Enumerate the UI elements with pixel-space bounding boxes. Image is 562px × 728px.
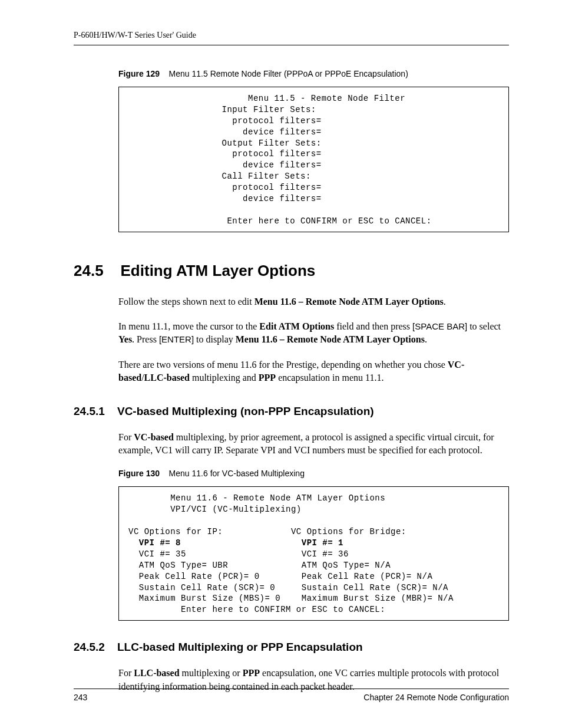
running-header: P-660H/HW/W-T Series User' Guide: [74, 31, 509, 45]
text-run: encapsulation in menu 11.1.: [276, 373, 384, 383]
terminal-text-bold: VPI #= 8 VPI #= 1: [128, 538, 343, 548]
text-run: For: [118, 432, 134, 442]
section-24-5-para2: In menu 11.1, move the cursor to the Edi…: [118, 320, 509, 347]
figure-129-text: Menu 11.5 Remote Node Filter (PPPoA or P…: [169, 69, 408, 78]
section-24-5-1-number: 24.5.1: [74, 405, 105, 417]
text-run: to select: [467, 321, 501, 331]
text-run-bold: PPP: [259, 373, 276, 383]
figure-130-text: Menu 11.6 for VC-based Multiplexing: [169, 469, 305, 478]
section-24-5-number: 24.5: [74, 262, 104, 279]
figure-129-label: Figure 129: [118, 69, 160, 78]
text-run-bold: PPP: [243, 668, 260, 678]
section-24-5-2-heading: 24.5.2 LLC-based Multiplexing or PPP Enc…: [74, 641, 509, 654]
section-24-5-para3: There are two versions of menu 11.6 for …: [118, 358, 509, 385]
section-24-5-1-para1: For VC-based multiplexing, by prior agre…: [118, 431, 509, 457]
section-24-5-2-number: 24.5.2: [74, 641, 105, 653]
section-24-5-1-heading: 24.5.1 VC-based Multiplexing (non-PPP En…: [74, 405, 509, 418]
figure-130-caption: Figure 130 Menu 11.6 for VC-based Multip…: [118, 469, 509, 478]
text-run: For: [118, 668, 134, 678]
section-24-5-para1: Follow the steps shown next to edit Menu…: [118, 295, 509, 308]
text-run: There are two versions of menu 11.6 for …: [118, 360, 448, 370]
section-24-5-1-title: VC-based Multiplexing (non-PPP Encapsula…: [117, 405, 374, 417]
text-run-bold: Menu 11.6 – Remote Node ATM Layer Option…: [254, 297, 444, 307]
figure-130-terminal: Menu 11.6 - Remote Node ATM Layer Option…: [118, 486, 509, 621]
text-run: to display: [194, 334, 236, 344]
text-run: multiplexing or: [180, 668, 243, 678]
section-24-5-heading: 24.5 Editing ATM Layer Options: [74, 262, 509, 280]
text-run: field and then press: [334, 321, 412, 331]
text-run-key: [SPACE BAR]: [412, 321, 467, 331]
section-24-5-2-title: LLC-based Multiplexing or PPP Encapsulat…: [117, 641, 363, 653]
terminal-text: Menu 11.6 - Remote Node ATM Layer Option…: [128, 493, 406, 536]
text-run-bold: VC-based: [134, 432, 174, 442]
text-run: .: [444, 297, 446, 307]
text-run: multiplexing and: [190, 373, 259, 383]
text-run: multiplexing, by prior agreement, a prot…: [118, 432, 494, 455]
chapter-label: Chapter 24 Remote Node Configuration: [363, 693, 509, 702]
text-run: Follow the steps shown next to edit: [118, 297, 254, 307]
text-run-bold: Yes: [118, 334, 132, 344]
terminal-text: VCI #= 35 VCI #= 36 ATM QoS Type= UBR AT…: [128, 549, 454, 614]
text-run: In menu 11.1, move the cursor to the: [118, 321, 259, 331]
figure-130-label: Figure 130: [118, 469, 160, 478]
text-run-key: [ENTER]: [159, 334, 194, 344]
page-number: 243: [74, 693, 87, 702]
text-run-bold: Menu 11.6 – Remote Node ATM Layer Option…: [236, 334, 425, 344]
text-run-bold: LLC-based: [134, 668, 179, 678]
text-run-bold: LLC-based: [144, 373, 190, 383]
section-24-5-title: Editing ATM Layer Options: [121, 262, 316, 279]
page-footer: 243 Chapter 24 Remote Node Configuration: [74, 689, 509, 702]
text-run-bold: Edit ATM Options: [259, 321, 334, 331]
figure-129-terminal: Menu 11.5 - Remote Node Filter Input Fil…: [118, 87, 509, 232]
text-run: .: [425, 334, 427, 344]
text-run: . Press: [132, 334, 159, 344]
figure-129-caption: Figure 129 Menu 11.5 Remote Node Filter …: [118, 69, 509, 78]
